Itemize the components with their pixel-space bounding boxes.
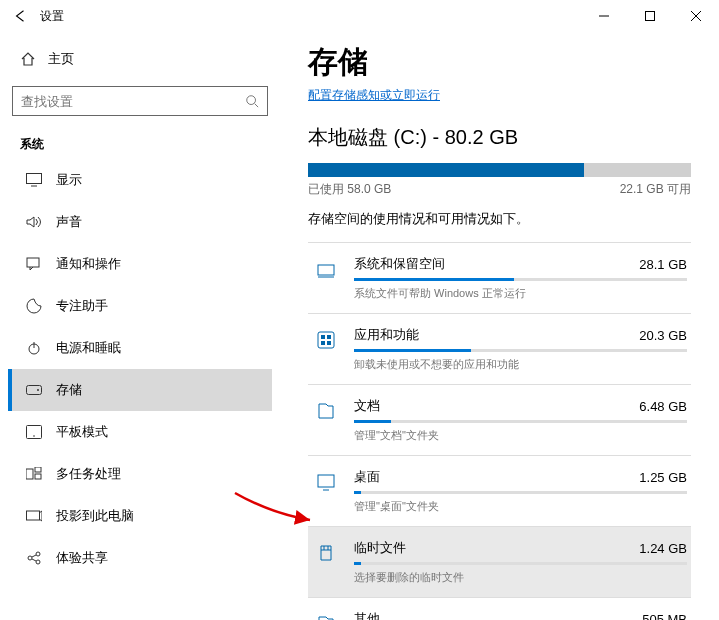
nav-label: 显示 — [56, 171, 82, 189]
svg-rect-17 — [35, 474, 41, 479]
nav-project[interactable]: 投影到此电脑 — [8, 495, 272, 537]
nav-share[interactable]: 体验共享 — [8, 537, 272, 579]
nav-focus[interactable]: 专注助手 — [8, 285, 272, 327]
category-other[interactable]: 其他505 MB管理其他大文件夹 — [308, 597, 691, 620]
nav-multitask[interactable]: 多任务处理 — [8, 453, 272, 495]
other-icon — [312, 610, 340, 620]
category-documents[interactable]: 文档6.48 GB管理"文档"文件夹 — [308, 384, 691, 455]
maximize-button[interactable] — [627, 0, 673, 32]
disk-used-label: 已使用 58.0 GB — [308, 181, 391, 198]
svg-rect-16 — [35, 467, 41, 472]
window-title: 设置 — [40, 8, 64, 25]
documents-icon — [312, 397, 340, 425]
svg-rect-6 — [27, 174, 42, 184]
svg-point-4 — [247, 96, 256, 105]
svg-rect-8 — [27, 258, 39, 267]
category-size: 6.48 GB — [639, 399, 687, 414]
svg-point-20 — [36, 552, 40, 556]
nav-label: 声音 — [56, 213, 82, 231]
nav-label: 平板模式 — [56, 423, 108, 441]
svg-line-23 — [32, 559, 36, 561]
category-size: 20.3 GB — [639, 328, 687, 343]
nav-label: 电源和睡眠 — [56, 339, 121, 357]
category-sub: 卸载未使用或不想要的应用和功能 — [354, 357, 687, 372]
category-sub: 系统文件可帮助 Windows 正常运行 — [354, 286, 687, 301]
search-box[interactable] — [12, 86, 268, 116]
category-name: 系统和保留空间 — [354, 255, 445, 273]
category-bar — [354, 562, 687, 565]
svg-point-14 — [33, 435, 35, 437]
nav-label: 多任务处理 — [56, 465, 121, 483]
nav-label: 体验共享 — [56, 549, 108, 567]
svg-rect-29 — [321, 341, 325, 345]
display-icon — [26, 172, 42, 188]
category-name: 其他 — [354, 610, 380, 620]
category-bar — [354, 349, 687, 352]
svg-rect-27 — [321, 335, 325, 339]
category-size: 1.25 GB — [639, 470, 687, 485]
category-apps[interactable]: 应用和功能20.3 GB卸载未使用或不想要的应用和功能 — [308, 313, 691, 384]
category-bar — [354, 491, 687, 494]
category-name: 应用和功能 — [354, 326, 419, 344]
svg-rect-11 — [27, 386, 42, 395]
nav-sound[interactable]: 声音 — [8, 201, 272, 243]
search-input[interactable] — [13, 94, 237, 109]
temp-icon — [312, 539, 340, 567]
project-icon — [26, 508, 42, 524]
disk-free-label: 22.1 GB 可用 — [620, 181, 691, 198]
svg-point-21 — [36, 560, 40, 564]
nav-tablet[interactable]: 平板模式 — [8, 411, 272, 453]
category-temp[interactable]: 临时文件1.24 GB选择要删除的临时文件 — [308, 526, 691, 597]
category-size: 28.1 GB — [639, 257, 687, 272]
category-name: 临时文件 — [354, 539, 406, 557]
category-name: 文档 — [354, 397, 380, 415]
category-sub: 管理"桌面"文件夹 — [354, 499, 687, 514]
category-system[interactable]: 系统和保留空间28.1 GB系统文件可帮助 Windows 正常运行 — [308, 242, 691, 313]
home-label: 主页 — [48, 50, 74, 68]
category-sub: 选择要删除的临时文件 — [354, 570, 687, 585]
page-title: 存储 — [308, 42, 691, 83]
svg-point-12 — [37, 389, 39, 391]
category-desktop[interactable]: 桌面1.25 GB管理"桌面"文件夹 — [308, 455, 691, 526]
svg-rect-28 — [327, 335, 331, 339]
home-nav[interactable]: 主页 — [8, 40, 272, 78]
nav-power[interactable]: 电源和睡眠 — [8, 327, 272, 369]
nav-label: 通知和操作 — [56, 255, 121, 273]
nav-label: 存储 — [56, 381, 82, 399]
minimize-button[interactable] — [581, 0, 627, 32]
multitask-icon — [26, 466, 42, 482]
power-icon — [26, 340, 42, 356]
svg-rect-18 — [27, 511, 40, 520]
back-button[interactable] — [8, 4, 32, 28]
section-label: 系统 — [8, 128, 272, 159]
svg-rect-15 — [26, 469, 33, 479]
svg-rect-24 — [318, 265, 334, 275]
close-button[interactable] — [673, 0, 719, 32]
disk-usage-bar — [308, 163, 691, 177]
category-bar — [354, 278, 687, 281]
svg-rect-30 — [327, 341, 331, 345]
nav-display[interactable]: 显示 — [8, 159, 272, 201]
home-icon — [20, 51, 36, 67]
desktop-icon — [312, 468, 340, 496]
storage-desc: 存储空间的使用情况和可用情况如下。 — [308, 210, 691, 228]
svg-rect-26 — [318, 332, 334, 348]
nav-label: 投影到此电脑 — [56, 507, 134, 525]
svg-line-5 — [255, 104, 259, 108]
nav-storage[interactable]: 存储 — [8, 369, 272, 411]
svg-point-19 — [28, 556, 32, 560]
sound-icon — [26, 214, 42, 230]
category-bar — [354, 420, 687, 423]
nav-notifications[interactable]: 通知和操作 — [8, 243, 272, 285]
svg-rect-1 — [646, 12, 655, 21]
disk-title: 本地磁盘 (C:) - 80.2 GB — [308, 124, 691, 151]
nav-label: 专注助手 — [56, 297, 108, 315]
share-icon — [26, 550, 42, 566]
category-size: 505 MB — [642, 612, 687, 621]
storage-sense-link[interactable]: 配置存储感知或立即运行 — [308, 87, 440, 104]
system-icon — [312, 255, 340, 283]
tablet-icon — [26, 424, 42, 440]
notifications-icon — [26, 256, 42, 272]
focus-icon — [26, 298, 42, 314]
storage-icon — [26, 382, 42, 398]
